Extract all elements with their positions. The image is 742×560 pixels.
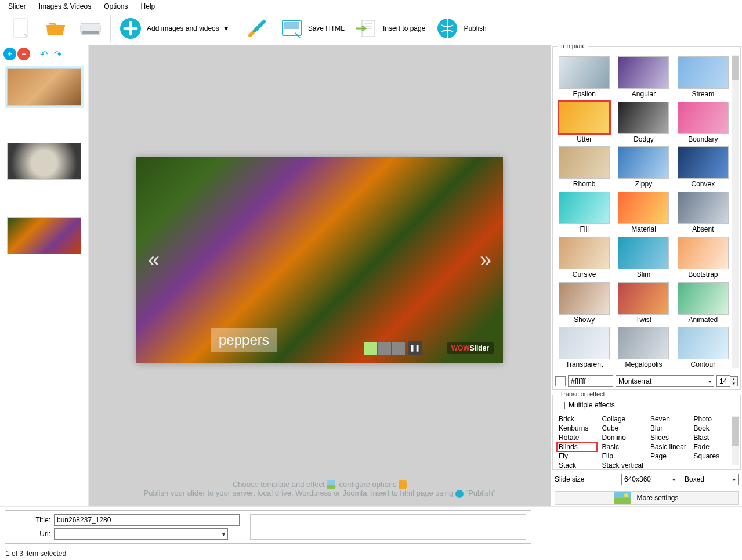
template-convex[interactable]: Convex xyxy=(676,146,730,190)
template-preview-icon xyxy=(678,237,729,269)
effect-kenburns[interactable]: Kenburns xyxy=(558,424,596,432)
tools-small-icon xyxy=(399,480,407,489)
slide-dot[interactable] xyxy=(378,342,391,355)
globe-small-icon xyxy=(455,490,464,498)
template-twist[interactable]: Twist xyxy=(617,282,670,326)
menu-options[interactable]: Options xyxy=(102,1,130,12)
template-angular[interactable]: Angular xyxy=(617,56,670,100)
remove-slide-button[interactable]: − xyxy=(17,48,30,60)
next-arrow-button[interactable]: » xyxy=(480,248,491,272)
template-bootstrap[interactable]: Bootstrap xyxy=(676,237,730,281)
template-dodgy[interactable]: Dodgy xyxy=(617,102,670,146)
rotate-right-button[interactable]: ↷ xyxy=(51,48,64,60)
effect-rotate[interactable]: Rotate xyxy=(558,433,596,442)
slide-size-select[interactable]: 640x360 xyxy=(621,474,678,485)
template-contour[interactable]: Contour xyxy=(676,327,730,371)
template-label: Boundary xyxy=(676,135,730,143)
font-size-spinner[interactable]: ▲▼ xyxy=(716,375,738,387)
effect-blinds[interactable]: Blinds xyxy=(558,443,596,451)
template-stream[interactable]: Stream xyxy=(676,56,730,100)
color-input[interactable] xyxy=(568,375,613,387)
save-disk-button[interactable] xyxy=(73,15,108,42)
template-animated[interactable]: Animated xyxy=(676,282,730,326)
template-transparent[interactable]: Transparent xyxy=(558,327,611,371)
add-images-button[interactable]: Add images and videos ▼ xyxy=(113,15,234,42)
template-material[interactable]: Material xyxy=(617,192,670,236)
effect-fly[interactable]: Fly xyxy=(558,452,596,460)
document-icon xyxy=(8,16,34,41)
menu-slider[interactable]: Slider xyxy=(6,1,28,12)
effect-stack[interactable]: Stack xyxy=(558,461,596,469)
effect-stack-vertical[interactable]: Stack vertical xyxy=(601,461,645,469)
scrollbar-thumb[interactable] xyxy=(732,56,739,80)
image-save-icon xyxy=(279,16,305,41)
effect-domino[interactable]: Domino xyxy=(601,433,645,442)
effect-squares[interactable]: Squares xyxy=(692,452,731,460)
menu-help[interactable]: Help xyxy=(139,1,158,12)
slide-dot[interactable] xyxy=(364,342,377,355)
template-preview-icon xyxy=(618,102,669,134)
template-label: Material xyxy=(617,225,670,233)
template-epsilon[interactable]: Epsilon xyxy=(558,56,611,100)
effect-book[interactable]: Book xyxy=(692,424,731,432)
settings-image-icon xyxy=(614,492,631,504)
effect-collage[interactable]: Collage xyxy=(601,415,645,423)
effect-photo[interactable]: Photo xyxy=(692,415,731,423)
template-showy[interactable]: Showy xyxy=(558,282,611,326)
color-swatch[interactable] xyxy=(555,376,566,386)
slide-mode-select[interactable]: Boxed xyxy=(682,474,739,485)
thumbnail-column: + − ↶ ↷ xyxy=(0,45,89,506)
more-settings-label: More settings xyxy=(636,494,678,502)
scrollbar[interactable] xyxy=(732,416,739,465)
thumb-item[interactable] xyxy=(5,215,84,256)
more-settings-button[interactable]: More settings xyxy=(555,491,739,505)
template-rhomb[interactable]: Rhomb xyxy=(558,146,611,190)
bottom-bar: Title: Url: xyxy=(0,506,742,547)
template-slim[interactable]: Slim xyxy=(617,237,670,281)
save-html-button[interactable]: Save HTML xyxy=(274,15,349,42)
effect-basic[interactable]: Basic xyxy=(601,443,645,451)
effect-basic-linear[interactable]: Basic linear xyxy=(649,443,688,451)
effect-flip[interactable]: Flip xyxy=(601,452,645,460)
rotate-left-button[interactable]: ↶ xyxy=(37,48,50,60)
effect-blast[interactable]: Blast xyxy=(692,433,731,442)
insert-to-page-button[interactable]: Insert to page xyxy=(349,15,430,42)
multiple-effects-checkbox[interactable] xyxy=(558,402,565,409)
effect-seven[interactable]: Seven xyxy=(649,415,688,423)
add-slide-button[interactable]: + xyxy=(3,48,16,60)
preview-area: « » peppers ❚❚ WOWSlider Choose template… xyxy=(89,45,551,506)
thumb-item[interactable] xyxy=(5,140,84,182)
slide-dot[interactable] xyxy=(392,342,405,355)
publish-button[interactable]: Publish xyxy=(430,15,491,42)
font-select[interactable]: Montserrat xyxy=(616,375,714,387)
url-input[interactable] xyxy=(54,528,228,540)
effect-fade[interactable]: Fade xyxy=(692,443,731,451)
pause-button[interactable]: ❚❚ xyxy=(408,341,422,355)
effect-page[interactable]: Page xyxy=(649,452,688,460)
title-label: Title: xyxy=(10,516,50,524)
template-absent[interactable]: Absent xyxy=(676,192,730,236)
template-utter[interactable]: Utter xyxy=(558,102,611,146)
menu-images-videos[interactable]: Images & Videos xyxy=(37,1,94,12)
title-input[interactable] xyxy=(54,514,240,526)
template-zippy[interactable]: Zippy xyxy=(617,146,670,190)
scrollbar-thumb[interactable] xyxy=(732,417,739,446)
template-megalopolis[interactable]: Megalopolis xyxy=(617,327,670,371)
effect-brick[interactable]: Brick xyxy=(558,415,596,423)
open-folder-button[interactable] xyxy=(38,15,73,42)
template-preview-icon xyxy=(559,102,610,134)
new-document-button[interactable] xyxy=(3,15,38,42)
template-boundary[interactable]: Boundary xyxy=(676,102,730,146)
template-cursive[interactable]: Cursive xyxy=(558,237,611,281)
menubar: Slider Images & Videos Options Help xyxy=(0,0,742,13)
scrollbar[interactable] xyxy=(732,55,739,368)
template-fill[interactable]: Fill xyxy=(558,192,611,236)
effect-cube[interactable]: Cube xyxy=(601,424,645,432)
description-box[interactable] xyxy=(250,514,526,540)
effect-slices[interactable]: Slices xyxy=(649,433,688,442)
configure-options-button[interactable] xyxy=(240,15,274,42)
effect-blur[interactable]: Blur xyxy=(649,424,688,432)
template-preview-icon xyxy=(678,282,729,315)
thumb-item[interactable] xyxy=(5,66,84,108)
prev-arrow-button[interactable]: « xyxy=(148,248,160,272)
